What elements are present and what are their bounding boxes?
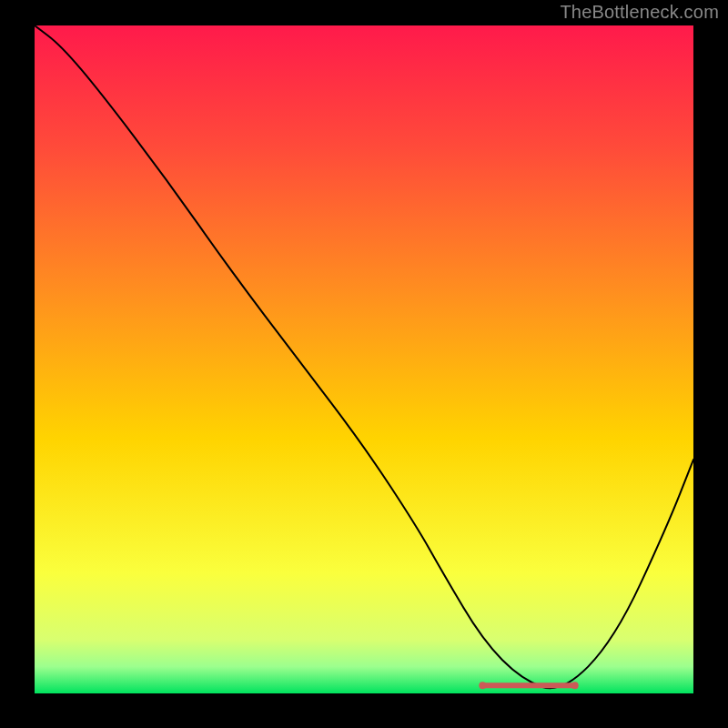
- optimal-range-marker: [479, 682, 578, 689]
- svg-point-1: [479, 682, 486, 689]
- watermark-text: TheBottleneck.com: [560, 2, 719, 23]
- plot-area: [35, 25, 693, 693]
- chart-svg: [35, 25, 693, 693]
- chart-frame: TheBottleneck.com: [0, 0, 728, 728]
- svg-point-2: [571, 682, 579, 689]
- chart-background: [35, 25, 693, 693]
